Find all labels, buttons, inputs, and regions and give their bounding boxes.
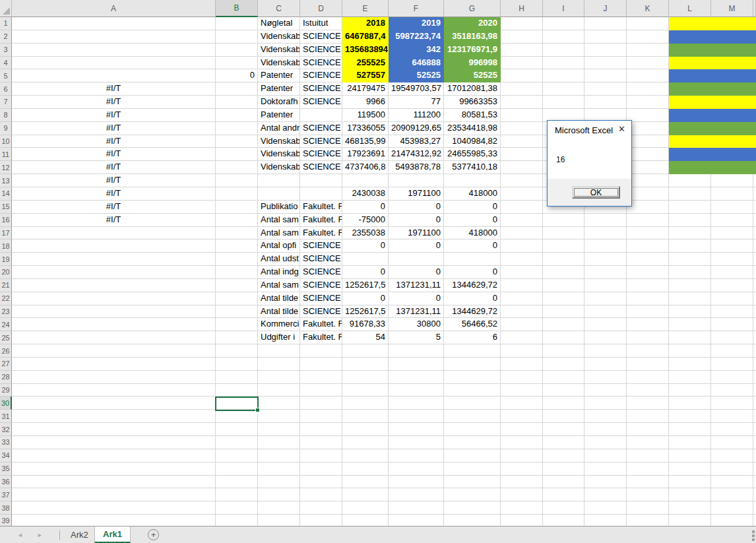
cell-I29[interactable] <box>543 384 584 397</box>
cell-J34[interactable] <box>584 449 627 463</box>
cell-I6[interactable] <box>543 82 584 96</box>
cell-L14[interactable] <box>669 187 711 201</box>
cell-H33[interactable] <box>501 436 543 449</box>
cell-C3[interactable]: Videnskab <box>258 44 300 57</box>
cell-K13[interactable] <box>627 174 669 187</box>
cell-C26[interactable] <box>258 344 300 358</box>
cell-I39[interactable] <box>543 515 584 526</box>
cell-M27[interactable] <box>711 358 753 371</box>
row-header-21[interactable]: 21 <box>0 279 12 292</box>
cell-E12[interactable]: 4737406,8 <box>342 161 389 174</box>
cell-J39[interactable] <box>584 515 627 526</box>
cell-B27[interactable] <box>216 358 258 371</box>
cell-G27[interactable] <box>444 358 501 371</box>
cell-J32[interactable] <box>584 423 627 436</box>
cell-C10[interactable]: Videnskab <box>258 135 300 148</box>
cell-M11[interactable] <box>711 148 753 161</box>
cell-D27[interactable] <box>300 358 342 371</box>
cell-J37[interactable] <box>584 488 627 501</box>
column-header-a[interactable]: A <box>12 0 216 17</box>
cell-J2[interactable] <box>584 30 627 44</box>
cell-K37[interactable] <box>627 488 669 501</box>
row-header-27[interactable]: 27 <box>0 358 12 371</box>
cell-J16[interactable] <box>584 214 627 227</box>
cell-H12[interactable] <box>501 161 543 174</box>
cell-H25[interactable] <box>501 331 543 344</box>
cell-D39[interactable] <box>300 515 342 526</box>
cell-E22[interactable]: 0 <box>342 292 389 305</box>
cell-F33[interactable] <box>389 436 444 449</box>
row-header-9[interactable]: 9 <box>0 122 12 135</box>
cell-I7[interactable] <box>543 96 584 109</box>
sheet-tab-ark1[interactable]: Ark1 <box>94 527 131 543</box>
cell-B10[interactable] <box>216 135 258 148</box>
cell-G22[interactable]: 0 <box>444 292 501 305</box>
cell-G1[interactable]: 2020 <box>444 17 501 30</box>
cell-D14[interactable] <box>300 187 342 201</box>
cell-B24[interactable] <box>216 318 258 331</box>
cell-H18[interactable] <box>501 240 543 253</box>
row-header-4[interactable]: 4 <box>0 57 12 70</box>
cell-M1[interactable] <box>711 17 753 30</box>
cell-E13[interactable] <box>342 174 389 187</box>
select-all-corner[interactable] <box>0 0 12 17</box>
cell-L2[interactable] <box>669 30 711 44</box>
cell-L24[interactable] <box>669 318 711 331</box>
cell-G13[interactable] <box>444 174 501 187</box>
row-header-5[interactable]: 5 <box>0 69 12 82</box>
cell-E36[interactable] <box>342 476 389 489</box>
cell-L39[interactable] <box>669 515 711 526</box>
cell-H22[interactable] <box>501 292 543 305</box>
cell-I27[interactable] <box>543 358 584 371</box>
cell-B1[interactable] <box>216 17 258 30</box>
cell-F22[interactable]: 0 <box>389 292 444 305</box>
cell-H32[interactable] <box>501 423 543 436</box>
cell-B22[interactable] <box>216 292 258 305</box>
cell-M18[interactable] <box>711 240 753 253</box>
cell-K4[interactable] <box>627 57 669 70</box>
cell-A1[interactable] <box>12 17 216 30</box>
cell-G30[interactable] <box>444 397 501 410</box>
cell-G10[interactable]: 1040984,82 <box>444 135 501 148</box>
cell-C34[interactable] <box>258 449 300 463</box>
row-header-30[interactable]: 30 <box>0 397 12 410</box>
cell-K34[interactable] <box>627 449 669 463</box>
cell-J7[interactable] <box>584 96 627 109</box>
cell-F32[interactable] <box>389 423 444 436</box>
cell-A8[interactable]: #I/T <box>12 109 216 122</box>
column-header-k[interactable]: K <box>627 0 669 17</box>
cell-E39[interactable] <box>342 515 389 526</box>
cell-B11[interactable] <box>216 148 258 161</box>
cell-F25[interactable]: 5 <box>389 331 444 344</box>
cell-H31[interactable] <box>501 410 543 423</box>
cell-C38[interactable] <box>258 501 300 515</box>
cell-E14[interactable]: 2430038 <box>342 187 389 201</box>
cell-K30[interactable] <box>627 397 669 410</box>
cell-M13[interactable] <box>711 174 753 187</box>
cell-B26[interactable] <box>216 344 258 358</box>
cell-M24[interactable] <box>711 318 753 331</box>
cell-E16[interactable]: -75000 <box>342 214 389 227</box>
row-header-7[interactable]: 7 <box>0 96 12 109</box>
cell-L15[interactable] <box>669 201 711 214</box>
cell-A5[interactable] <box>12 69 216 82</box>
cell-I20[interactable] <box>543 266 584 279</box>
cell-F20[interactable]: 0 <box>389 266 444 279</box>
column-header-g[interactable]: G <box>444 0 501 17</box>
cell-J35[interactable] <box>584 463 627 476</box>
cell-G3[interactable]: 123176971,9 <box>444 44 501 57</box>
cell-E24[interactable]: 91678,33 <box>342 318 389 331</box>
cell-J27[interactable] <box>584 358 627 371</box>
cell-L7[interactable] <box>669 96 711 109</box>
cell-D6[interactable]: SCIENCE <box>300 82 342 96</box>
cell-K3[interactable] <box>627 44 669 57</box>
cell-C6[interactable]: Patenter <box>258 82 300 96</box>
cell-F11[interactable]: 21474312,92 <box>389 148 444 161</box>
cell-G7[interactable]: 99663353 <box>444 96 501 109</box>
cell-F35[interactable] <box>389 463 444 476</box>
cell-F34[interactable] <box>389 449 444 463</box>
cell-G23[interactable]: 1344629,72 <box>444 305 501 319</box>
cell-E21[interactable]: 1252617,5 <box>342 279 389 292</box>
cell-M22[interactable] <box>711 292 753 305</box>
cell-J38[interactable] <box>584 501 627 515</box>
